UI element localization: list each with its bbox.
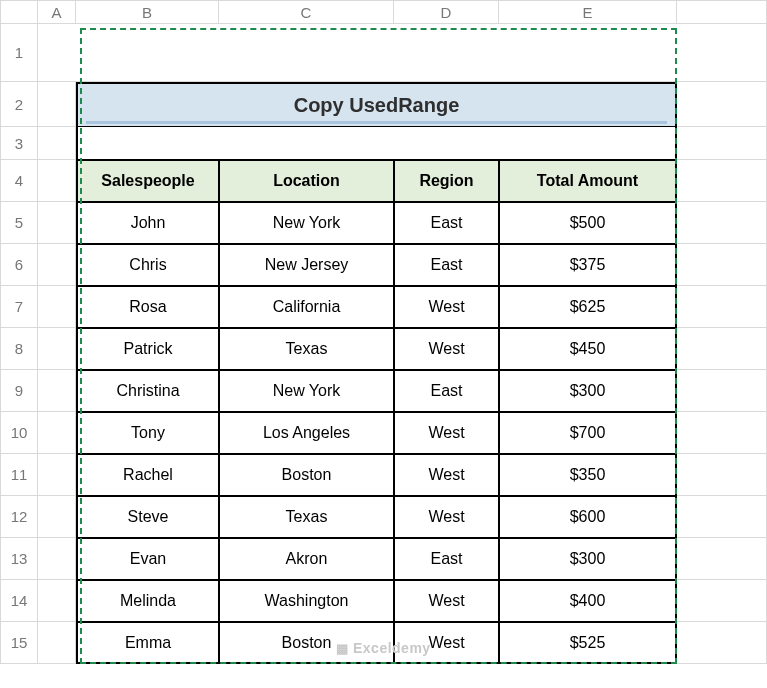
empty-cell[interactable] (677, 82, 767, 127)
select-all-corner[interactable] (0, 0, 38, 24)
row-header-10[interactable]: 10 (0, 412, 38, 454)
empty-cell[interactable] (677, 244, 767, 286)
cell-salespeople[interactable]: Chris (76, 244, 219, 286)
row-header-9[interactable]: 9 (0, 370, 38, 412)
empty-cell[interactable] (38, 580, 76, 622)
cell-salespeople[interactable]: Christina (76, 370, 219, 412)
cell-amount[interactable]: $375 (499, 244, 677, 286)
empty-cell[interactable] (38, 24, 767, 82)
cell-region[interactable]: West (394, 622, 499, 664)
cell-location[interactable]: Washington (219, 580, 394, 622)
empty-cell[interactable] (677, 328, 767, 370)
header-region[interactable]: Region (394, 160, 499, 202)
col-header-blank[interactable] (677, 0, 767, 24)
title-cell[interactable]: Copy UsedRange (76, 82, 677, 127)
empty-cell[interactable] (677, 370, 767, 412)
empty-cell[interactable] (677, 202, 767, 244)
cell-region[interactable]: East (394, 244, 499, 286)
cell-salespeople[interactable]: Evan (76, 538, 219, 580)
row-header-1[interactable]: 1 (0, 24, 38, 82)
empty-cell[interactable] (38, 328, 76, 370)
cell-region[interactable]: East (394, 538, 499, 580)
cell-salespeople[interactable]: Tony (76, 412, 219, 454)
cell-region[interactable]: West (394, 454, 499, 496)
cell-region[interactable]: East (394, 370, 499, 412)
row-header-15[interactable]: 15 (0, 622, 38, 664)
cell-amount[interactable]: $450 (499, 328, 677, 370)
empty-cell[interactable] (677, 454, 767, 496)
col-header-E[interactable]: E (499, 0, 677, 24)
empty-cell[interactable] (38, 202, 76, 244)
cell-location[interactable]: Texas (219, 496, 394, 538)
cell-location[interactable]: New York (219, 370, 394, 412)
cell-region[interactable]: West (394, 496, 499, 538)
cell-location[interactable]: Los Angeles (219, 412, 394, 454)
row-header-8[interactable]: 8 (0, 328, 38, 370)
cell-salespeople[interactable]: Steve (76, 496, 219, 538)
empty-cell[interactable] (677, 496, 767, 538)
col-header-C[interactable]: C (219, 0, 394, 24)
cell-salespeople[interactable]: Melinda (76, 580, 219, 622)
empty-cell[interactable] (677, 580, 767, 622)
cell-amount[interactable]: $400 (499, 580, 677, 622)
col-header-A[interactable]: A (38, 0, 76, 24)
cell-amount[interactable]: $300 (499, 370, 677, 412)
row-header-5[interactable]: 5 (0, 202, 38, 244)
col-header-B[interactable]: B (76, 0, 219, 24)
empty-cell[interactable] (677, 622, 767, 664)
empty-cell[interactable] (38, 286, 76, 328)
empty-cell[interactable] (38, 127, 76, 160)
header-total[interactable]: Total Amount (499, 160, 677, 202)
cell-region[interactable]: West (394, 412, 499, 454)
cell-amount[interactable]: $300 (499, 538, 677, 580)
header-salespeople[interactable]: Salespeople (76, 160, 219, 202)
cell-region[interactable]: West (394, 286, 499, 328)
cell-location[interactable]: Boston (219, 622, 394, 664)
empty-cell[interactable] (38, 370, 76, 412)
cell-location[interactable]: New Jersey (219, 244, 394, 286)
cell-amount[interactable]: $500 (499, 202, 677, 244)
row-header-14[interactable]: 14 (0, 580, 38, 622)
cell-amount[interactable]: $700 (499, 412, 677, 454)
cell-location[interactable]: New York (219, 202, 394, 244)
empty-cell[interactable] (677, 286, 767, 328)
cell-location[interactable]: Texas (219, 328, 394, 370)
cell-amount[interactable]: $625 (499, 286, 677, 328)
empty-cell[interactable] (38, 82, 76, 127)
col-header-D[interactable]: D (394, 0, 499, 24)
cell-salespeople[interactable]: Rosa (76, 286, 219, 328)
cell-region[interactable]: West (394, 580, 499, 622)
empty-cell[interactable] (38, 160, 76, 202)
cell-location[interactable]: California (219, 286, 394, 328)
row-header-12[interactable]: 12 (0, 496, 38, 538)
empty-cell[interactable] (677, 538, 767, 580)
cell-salespeople[interactable]: Patrick (76, 328, 219, 370)
cell-salespeople[interactable]: Emma (76, 622, 219, 664)
empty-cell[interactable] (38, 538, 76, 580)
empty-cell[interactable] (38, 412, 76, 454)
cell-amount[interactable]: $525 (499, 622, 677, 664)
header-location[interactable]: Location (219, 160, 394, 202)
gap-row[interactable] (76, 127, 677, 160)
cell-region[interactable]: East (394, 202, 499, 244)
empty-cell[interactable] (677, 412, 767, 454)
cell-salespeople[interactable]: John (76, 202, 219, 244)
row-header-2[interactable]: 2 (0, 82, 38, 127)
cell-location[interactable]: Boston (219, 454, 394, 496)
row-header-3[interactable]: 3 (0, 127, 38, 160)
cell-location[interactable]: Akron (219, 538, 394, 580)
empty-cell[interactable] (38, 622, 76, 664)
empty-cell[interactable] (677, 160, 767, 202)
row-header-11[interactable]: 11 (0, 454, 38, 496)
empty-cell[interactable] (38, 454, 76, 496)
cell-amount[interactable]: $600 (499, 496, 677, 538)
empty-cell[interactable] (38, 496, 76, 538)
row-header-13[interactable]: 13 (0, 538, 38, 580)
cell-salespeople[interactable]: Rachel (76, 454, 219, 496)
row-header-4[interactable]: 4 (0, 160, 38, 202)
cell-region[interactable]: West (394, 328, 499, 370)
empty-cell[interactable] (38, 244, 76, 286)
cell-amount[interactable]: $350 (499, 454, 677, 496)
empty-cell[interactable] (677, 127, 767, 160)
row-header-7[interactable]: 7 (0, 286, 38, 328)
